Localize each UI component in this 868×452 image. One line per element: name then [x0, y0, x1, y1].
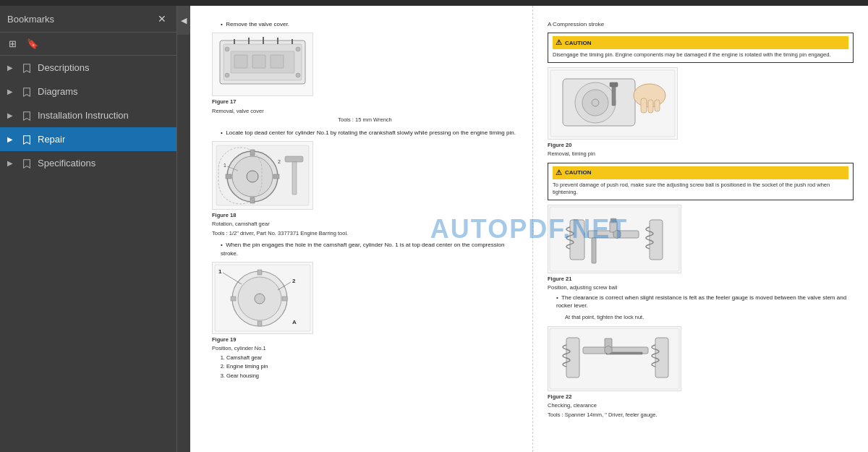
- tools3-text: Tools : Spanner 14mm, " Driver, feeler g…: [548, 412, 854, 419]
- svg-text:1: 1: [218, 268, 222, 275]
- page-inner: • Remove the valve cover.: [190, 6, 868, 452]
- sidebar-item-diagrams[interactable]: ▶ Diagrams: [0, 80, 176, 103]
- step3-text: • When the pin engages the hole in the c…: [221, 241, 518, 257]
- bullet3: •: [221, 242, 224, 248]
- svg-rect-57: [610, 218, 616, 223]
- step-text2: At that point, tighten the lock nut.: [565, 314, 854, 322]
- figure17-subcaption: Removal, valve cover: [212, 108, 518, 116]
- section-label: A Compression stroke: [548, 20, 854, 28]
- figure21-subcaption: Position, adjusting screw ball: [548, 284, 854, 292]
- warning-triangle-icon-1: ⚠: [556, 38, 562, 48]
- chevron-icon-installation: ▶: [7, 111, 16, 119]
- expand-icon: ⊞: [9, 38, 17, 49]
- tools2-text: Tools : 1/2" driver, Part No. 3377371 En…: [212, 230, 518, 238]
- svg-rect-27: [285, 156, 303, 162]
- bullet-r1: •: [556, 294, 560, 301]
- svg-point-9: [225, 73, 229, 77]
- caution1-box: ⚠ CAUTION Disengage the timing pin. Engi…: [548, 33, 854, 63]
- timing-pin-svg: [548, 68, 677, 139]
- figure17-image: [212, 33, 313, 96]
- svg-rect-34: [258, 321, 262, 326]
- svg-rect-51: [612, 84, 616, 106]
- svg-rect-20: [250, 197, 255, 203]
- chevron-icon-descriptions: ▶: [7, 64, 16, 72]
- svg-rect-12: [234, 55, 247, 68]
- svg-marker-60: [613, 230, 621, 239]
- svg-text:2: 2: [278, 159, 281, 164]
- bookmark-list-icon: 🔖: [27, 38, 38, 49]
- figure21-caption: Figure 21: [548, 276, 854, 283]
- svg-rect-14: [271, 55, 284, 68]
- bookmarks-title: Bookmarks: [7, 14, 54, 25]
- sidebar-label-descriptions: Descriptions: [38, 62, 90, 73]
- caution1-header: ⚠ CAUTION: [553, 36, 848, 49]
- bookmark-icon-installation: [22, 111, 32, 121]
- bullet2: •: [221, 129, 224, 136]
- pdf-page: • Remove the valve cover.: [190, 6, 868, 452]
- chevron-icon-repair: ▶: [7, 135, 16, 143]
- svg-point-32: [255, 294, 265, 304]
- page-left: • Remove the valve cover.: [190, 6, 532, 452]
- clearance-check-svg: [548, 327, 681, 391]
- bookmark-icon-specifications: [22, 158, 32, 169]
- svg-rect-59: [650, 220, 663, 260]
- bookmark-view-button[interactable]: 🔖: [24, 37, 41, 51]
- svg-rect-54: [570, 220, 584, 260]
- figure17-caption: Figure 17: [212, 98, 518, 106]
- svg-rect-35: [231, 297, 236, 301]
- cylinder-position-svg: 1 2 A: [213, 263, 312, 333]
- svg-rect-22: [273, 174, 279, 179]
- sidebar-item-repair[interactable]: ▶ Repair: [0, 127, 176, 151]
- list-item-3: Gear housing: [226, 372, 518, 380]
- sidebar-item-descriptions[interactable]: ▶ Descriptions: [0, 56, 176, 80]
- sidebar-toolbar: ⊞ 🔖: [0, 33, 176, 56]
- svg-rect-36: [282, 297, 287, 301]
- svg-text:A: A: [292, 319, 297, 325]
- figure22-caption: Figure 22: [548, 393, 854, 401]
- figure18-image: 1 2: [212, 141, 313, 210]
- collapse-arrow-icon: ◀: [181, 16, 187, 25]
- sidebar-label-specifications: Specifications: [38, 158, 95, 169]
- figure20-caption: Figure 20: [548, 142, 854, 150]
- svg-rect-13: [252, 55, 265, 68]
- svg-rect-58: [592, 238, 596, 263]
- svg-point-8: [296, 47, 300, 51]
- figure19-image: 1 2 A: [212, 262, 313, 334]
- adjusting-screw-svg: [548, 205, 681, 273]
- svg-point-18: [247, 171, 258, 182]
- bookmark-icon-repair: [22, 135, 32, 145]
- sidebar-header: Bookmarks ✕: [0, 6, 176, 33]
- svg-rect-48: [641, 98, 647, 113]
- sidebar-label-repair: Repair: [38, 134, 65, 145]
- figure22-image: [548, 326, 681, 391]
- figure18-caption: Figure 18: [212, 212, 518, 220]
- bookmark-icon-diagrams: [22, 87, 32, 97]
- warning-triangle-icon-2: ⚠: [556, 168, 562, 178]
- svg-rect-67: [655, 338, 668, 378]
- svg-point-10: [296, 73, 300, 77]
- sidebar-item-specifications[interactable]: ▶ Specifications: [0, 151, 176, 175]
- figure20-subcaption: Removal, timing pin: [548, 150, 854, 158]
- list-item-2: Engine timing pin: [226, 363, 518, 371]
- svg-marker-66: [605, 346, 612, 354]
- svg-rect-50: [655, 100, 660, 111]
- caution2-label: CAUTION: [565, 169, 591, 176]
- figure18-subcaption: Rotation, camshaft gear: [212, 221, 518, 229]
- sidebar-item-installation-instruction[interactable]: ▶ Installation Instruction: [0, 103, 176, 127]
- caution2-header: ⚠ CAUTION: [553, 166, 848, 179]
- collapse-handle[interactable]: ◀: [177, 6, 190, 35]
- camshaft-gear-svg: 1 2: [213, 142, 312, 209]
- main-area: Bookmarks ✕ ⊞ 🔖 ▶ Descriptions ▶: [0, 6, 868, 452]
- bookmark-icon-descriptions: [22, 63, 32, 73]
- list-item-1: Camshaft gear: [226, 354, 518, 362]
- chevron-icon-specifications: ▶: [7, 159, 16, 167]
- svg-rect-62: [566, 338, 579, 378]
- svg-rect-33: [258, 270, 262, 275]
- close-button[interactable]: ✕: [155, 12, 169, 26]
- caution1-label: CAUTION: [565, 39, 591, 47]
- svg-text:2: 2: [292, 278, 296, 284]
- figure19-caption: Figure 19: [212, 336, 518, 344]
- svg-rect-52: [610, 82, 618, 87]
- sidebar-label-installation: Installation Instruction: [38, 110, 129, 121]
- expand-button[interactable]: ⊞: [6, 37, 20, 51]
